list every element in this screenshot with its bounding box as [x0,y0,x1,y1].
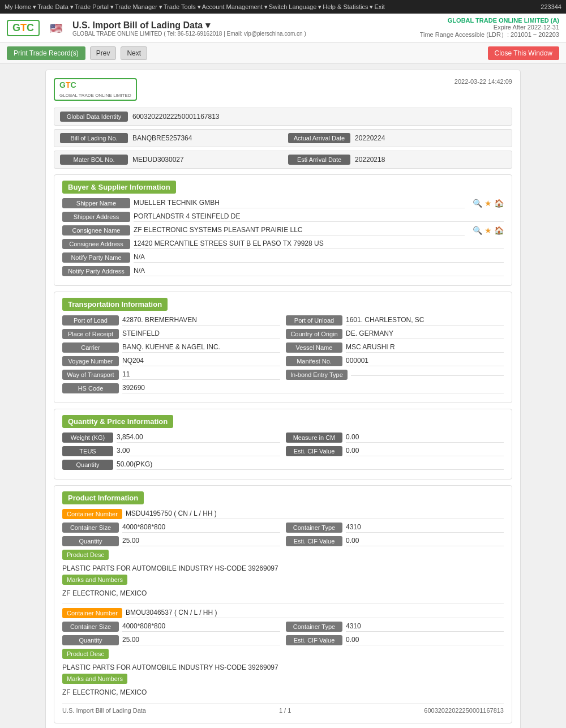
container-1-marks-label-wrap: Marks and Numbers [62,575,504,587]
consignee-search-icon[interactable]: 🔍 [473,226,482,235]
transport-row-2: Place of Receipt STEINFELD Country of Or… [62,329,504,342]
next-button-top[interactable]: Next [121,46,147,60]
container-1-type-value: 4310 [346,523,504,533]
teus-label: TEUS [62,446,113,456]
voyage-number-label: Voyage Number [62,356,119,366]
carrier-label: Carrier [62,342,119,353]
actual-arrival-label: Actual Arrival Date [288,133,350,143]
product-info-header: Product Information [62,491,144,504]
container-2-cif-label: Esti. CIF Value [286,635,342,645]
nav-account-management[interactable]: Account Management ▾ [202,3,268,11]
consignee-star-icon[interactable]: ★ [484,226,492,235]
close-button-top[interactable]: Close This Window [488,46,559,60]
nav-switch-language[interactable]: Switch Language ▾ [269,3,321,11]
country-origin-value: DE. GERMANY [346,329,504,339]
container-2-row-2: Quantity 25.00 Esti. CIF Value 0.00 [62,635,504,649]
container-1-qty-value: 25.00 [122,537,280,546]
container-2-product-desc-label: Product Desc [62,649,109,659]
buyer-supplier-section: Buyer & Supplier Information Shipper Nam… [54,174,512,286]
page-title: U.S. Import Bill of Lading Data ▾ [72,20,306,31]
consignee-address-row: Consignee Address 12420 MERCANTILE STREE… [62,239,504,249]
star-icon[interactable]: ★ [484,199,492,208]
shipper-name-value: MUELLER TECHNIK GMBH [134,199,465,208]
esti-cif-label: Esti. CIF Value [286,446,342,456]
container-2-number-label: Container Number [62,608,122,618]
esti-arrival-label: Esti Arrival Date [288,155,350,165]
consignee-icons: 🔍 ★ 🏠 [473,226,504,235]
container-2-row-1: Container Size 4000*808*800 Container Ty… [62,622,504,635]
master-bol-label: Mater BOL No. [60,155,128,165]
container-1-row-1: Container Size 4000*808*800 Container Ty… [62,523,504,536]
manifest-no-label: Manifest No. [286,356,342,366]
inbond-entry-label: In-bond Entry Type [286,370,348,380]
inbond-entry-value [351,374,504,376]
container-1: Container Number MSDU4195750 ( CN / L / … [62,509,504,599]
shipper-icons: 🔍 ★ 🏠 [473,199,504,208]
nav-exit[interactable]: Exit [374,3,384,10]
container-2: Container Number BMOU3046537 ( CN / L / … [62,608,504,699]
container-2-product-desc-value: PLASTIC PARTS FOR AUTOMOBILE INDUSTRY HS… [62,661,504,674]
container-2-marks-label: Marks and Numbers [62,674,127,684]
container-2-number-value: BMOU3046537 ( CN / L / HH ) [126,609,504,618]
teus-value: 3.00 [117,447,280,456]
notify-party-name-label: Notify Party Name [62,252,130,263]
container-2-type-label: Container Type [286,622,342,632]
shipper-address-row: Shipper Address PORTLANDSTR 4 STEINFELD … [62,212,504,222]
product-info-section: Product Information Container Number MSD… [54,485,512,723]
main-content: GTC GLOBAL TRADE ONLINE LIMITED 2022-03-… [0,64,566,728]
consignee-address-value: 12420 MERCANTILE STREES SUIT B EL PASO T… [134,239,504,249]
nav-my-home[interactable]: My Home ▾ [5,3,36,11]
home-icon[interactable]: 🏠 [494,199,504,208]
qty-row-2: TEUS 3.00 Esti. CIF Value 0.00 [62,446,504,460]
header-title-area: U.S. Import Bill of Lading Data ▾ GLOBAL… [72,20,306,37]
weight-value: 3,854.00 [117,433,280,443]
card-footer: U.S. Import Bill of Lading Data 1 / 1 60… [62,703,504,717]
esti-arrival-value: 20220218 [355,156,506,164]
vessel-name-label: Vessel Name [286,342,342,353]
nav-trade-tools[interactable]: Trade Tools ▾ [164,3,201,11]
transport-row-3: Carrier BANQ. KUEHNE & NAGEL INC. Vessel… [62,342,504,356]
container-2-type-value: 4310 [346,622,504,632]
measure-cm-value: 0.00 [346,433,504,443]
nav-trade-manager[interactable]: Trade Manager ▾ [115,3,162,11]
nav-help-statistics[interactable]: Help & Statistics ▾ [323,3,373,11]
container-2-qty-value: 25.00 [122,636,280,645]
container-2-cif-value: 0.00 [346,636,504,645]
nav-trade-data[interactable]: Trade Data ▾ [37,3,74,11]
bol-no-label: Bill of Lading No. [60,133,128,143]
container-2-size-label: Container Size [62,622,119,632]
transport-section: Transportation Information Port of Load … [54,292,512,403]
consignee-home-icon[interactable]: 🏠 [494,226,504,235]
print-button-top[interactable]: Print Trade Record(s) [7,46,85,60]
user-id: 223344 [541,3,561,10]
time-range: Time Range Accessible (LDR）: 201001 ~ 20… [420,31,559,39]
manifest-no-value: 000001 [346,357,504,366]
top-navigation: My Home ▾ Trade Data ▾ Trade Portal ▾ Tr… [0,0,566,14]
card-footer-identity: 60032022022250001167813 [424,707,504,714]
doc-logo: GTC GLOBAL TRADE ONLINE LIMITED [54,78,137,101]
way-of-transport-value: 11 [122,370,280,380]
transport-row-5: Way of Transport 11 In-bond Entry Type [62,370,504,383]
container-2-marks-value: ZF ELECTRONIC, MEXICO [62,686,504,699]
container-1-product-desc-label: Product Desc [62,550,109,560]
shipper-name-row: Shipper Name MUELLER TECHNIK GMBH 🔍 ★ 🏠 [62,198,504,208]
nav-trade-portal[interactable]: Trade Portal ▾ [75,3,114,11]
doc-timestamp: 2022-03-22 14:42:09 [454,78,512,85]
expire-date: Expire After 2022-12-31 [420,24,559,31]
container-1-qty-label: Quantity [62,536,119,546]
header-bar: GTC 🇺🇸 U.S. Import Bill of Lading Data ▾… [0,14,566,43]
notify-party-address-label: Notify Party Address [62,266,130,276]
hs-code-value: 392690 [122,384,504,393]
global-data-identity-row: Global Data Identity 6003202202225000116… [54,108,512,126]
hs-code-label: HS Code [62,383,119,393]
notify-party-name-value: N/A [134,253,504,263]
container-1-cif-value: 0.00 [346,537,504,546]
shipper-name-label: Shipper Name [62,198,130,208]
container-2-marks-label-wrap: Marks and Numbers [62,674,504,686]
prev-button-top[interactable]: Prev [90,46,117,60]
buyer-supplier-header: Buyer & Supplier Information [62,181,176,194]
port-unload-label: Port of Unload [286,315,342,326]
consignee-name-row: Consignee Name ZF ELECTRONIC SYSTEMS PLE… [62,225,504,235]
search-icon[interactable]: 🔍 [473,199,482,208]
quantity-label: Quantity [62,460,113,470]
